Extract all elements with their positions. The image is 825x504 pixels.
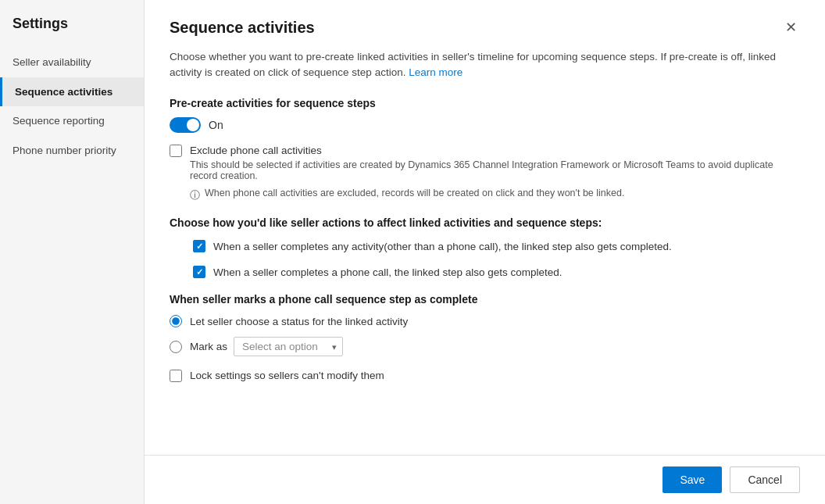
sidebar-item-label: Sequence reporting [12, 115, 105, 127]
seller-actions-options: When a seller completes any activity(oth… [193, 240, 800, 281]
save-button[interactable]: Save [662, 466, 722, 493]
sidebar-item-sequence-reporting[interactable]: Sequence reporting [0, 106, 144, 136]
info-row: ⓘ When phone call activities are exclude… [190, 188, 800, 202]
lock-settings-label: Lock settings so sellers can't modify th… [190, 369, 384, 384]
phone-complete-section: When seller marks a phone call sequence … [170, 293, 800, 356]
sidebar-item-sequence-activities[interactable]: Sequence activities [0, 77, 144, 107]
phone-complete-label: When seller marks a phone call sequence … [170, 293, 800, 306]
seller-action-checkbox1[interactable] [193, 240, 205, 252]
close-icon: ✕ [785, 20, 797, 35]
radio-let-seller[interactable] [170, 315, 182, 327]
lock-settings-checkbox[interactable] [170, 370, 182, 382]
radio-row-2: Mark as Select an option ▾ [170, 337, 800, 356]
sidebar: Settings Seller availability Sequence ac… [0, 0, 145, 504]
sidebar-item-label: Seller availability [12, 56, 91, 68]
toggle-label: On [209, 119, 223, 131]
seller-action-checkbox2[interactable] [193, 266, 205, 278]
exclude-phone-label: Exclude phone call activities [190, 144, 800, 159]
seller-action-label1: When a seller completes any activity(oth… [213, 240, 672, 255]
sidebar-title: Settings [0, 16, 144, 48]
seller-action-checkbox2-row: When a seller completes a phone call, th… [193, 266, 800, 281]
sidebar-item-label: Phone number priority [12, 145, 116, 156]
info-text: When phone call activities are excluded,… [205, 188, 624, 198]
exclude-phone-subtext: This should be selected if activities ar… [190, 159, 800, 181]
page-title: Sequence activities [170, 19, 315, 37]
mark-as-wrapper: Mark as Select an option ▾ [190, 337, 343, 356]
mark-as-label: Mark as [190, 341, 227, 352]
exclude-phone-text: Exclude phone call activities This shoul… [190, 144, 800, 182]
learn-more-link[interactable]: Learn more [409, 66, 462, 78]
info-icon: ⓘ [190, 188, 200, 202]
radio-label-1: Let seller choose a status for the linke… [190, 316, 408, 327]
radio-mark-as[interactable] [170, 341, 182, 353]
pre-create-section-label: Pre-create activities for sequence steps [170, 97, 800, 109]
seller-action-label2: When a seller completes a phone call, th… [213, 266, 562, 281]
pre-create-toggle-row: On [170, 117, 800, 133]
close-button[interactable]: ✕ [782, 19, 800, 36]
header-row: Sequence activities ✕ [170, 19, 800, 37]
sidebar-item-phone-number-priority[interactable]: Phone number priority [0, 136, 144, 166]
toggle-thumb [187, 119, 199, 131]
seller-action-checkbox1-row: When a seller completes any activity(oth… [193, 240, 800, 255]
main-panel: Sequence activities ✕ Choose whether you… [145, 0, 825, 504]
exclude-phone-row: Exclude phone call activities This shoul… [170, 144, 800, 182]
pre-create-toggle[interactable] [170, 117, 201, 133]
sidebar-item-label: Sequence activities [15, 86, 112, 98]
main-content: Sequence activities ✕ Choose whether you… [145, 0, 825, 455]
lock-settings-row: Lock settings so sellers can't modify th… [170, 369, 800, 384]
description-text: Choose whether you want to pre-create li… [170, 49, 800, 81]
seller-actions-question: Choose how you'd like seller actions to … [170, 216, 800, 229]
exclude-phone-checkbox[interactable] [170, 145, 182, 157]
cancel-button[interactable]: Cancel [730, 466, 800, 493]
select-container: Select an option ▾ [234, 337, 343, 356]
sidebar-item-seller-availability[interactable]: Seller availability [0, 48, 144, 77]
select-option-dropdown[interactable]: Select an option [234, 337, 343, 356]
radio-row-1: Let seller choose a status for the linke… [170, 315, 800, 327]
footer: Save Cancel [145, 455, 825, 504]
